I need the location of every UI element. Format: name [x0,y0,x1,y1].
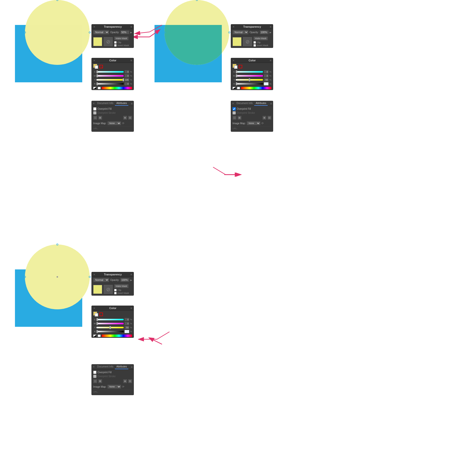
top-right-make-mask-btn[interactable]: Make Mask [253,36,268,40]
bottom-overprint-fill-check[interactable] [93,371,96,374]
top-right-m-value[interactable] [264,74,269,78]
top-right-trans-menu[interactable]: ≡ [270,25,271,28]
bottom-k-track[interactable] [96,331,124,332]
top-right-attributes-tab[interactable]: Attributes [254,101,268,106]
top-left-white-swatch[interactable] [98,87,101,89]
top-left-attr-icon-2[interactable]: ⊞ [98,116,102,120]
top-left-k-value[interactable] [124,82,129,86]
top-left-spectrum[interactable] [102,87,132,89]
bottom-opacity-arrow[interactable]: ▶ [130,279,132,281]
top-right-c-value[interactable] [264,70,269,74]
top-right-invert-check[interactable]: Invert Mask [253,44,268,47]
top-right-clip-check[interactable]: Clip [253,41,268,44]
top-right-attr-icon-4[interactable]: ⊡ [267,116,271,120]
top-right-attr-close[interactable]: ✕ [232,102,234,105]
top-left-stroke-swatch[interactable] [95,65,98,69]
bottom-image-map-select[interactable]: None [107,385,121,389]
bottom-m-track[interactable] [96,323,124,324]
top-right-bw-swatch[interactable] [233,87,236,89]
top-left-color-close[interactable]: ✕ [93,59,95,62]
top-right-c-track[interactable] [236,71,263,73]
bottom-c-value[interactable] [124,318,129,321]
bottom-overprint-stroke-check[interactable] [93,375,96,378]
top-right-color-close[interactable]: ✕ [233,59,235,62]
top-left-map-icon[interactable]: ⟳ [122,122,124,125]
top-right-mode-select[interactable]: Normal [233,30,248,34]
bottom-c-track[interactable] [96,319,124,320]
bottom-attr-icon-1[interactable]: □ [93,379,97,383]
top-right-attr-icon-1[interactable]: □ [233,116,237,120]
top-right-attr-menu[interactable]: ≡ [270,102,272,105]
top-left-m-value[interactable] [124,74,129,78]
top-left-opacity-input[interactable] [120,30,129,34]
bottom-m-value[interactable] [124,322,129,325]
top-right-map-icon[interactable]: ⟳ [261,122,264,125]
top-left-y-track[interactable] [96,79,124,81]
top-right-color-menu[interactable]: ≡ [270,59,271,62]
bottom-white-swatch[interactable] [98,335,101,337]
top-left-c-value[interactable] [124,70,129,74]
bottom-make-mask-btn[interactable]: Make Mask [114,284,129,288]
top-left-overprint-stroke-check[interactable] [93,111,96,115]
top-left-trans-menu[interactable]: ≡ [131,25,132,28]
top-left-image-map-select[interactable]: None [107,121,121,125]
top-right-y-value[interactable] [264,78,269,82]
top-left-c-track[interactable] [96,71,124,73]
top-right-overprint-fill-check[interactable] [233,107,236,111]
top-left-color-menu[interactable]: ≡ [131,59,132,62]
top-left-m-track[interactable] [96,75,124,77]
bottom-mode-select[interactable]: Normal [93,278,109,282]
top-left-attr-icon-3[interactable]: ⊕ [123,116,127,120]
bottom-attr-menu[interactable]: ≡ [131,365,133,368]
bottom-clip-check[interactable]: Clip [114,289,129,291]
top-right-trans-close[interactable]: ✕ [233,25,235,28]
top-left-opacity-arrow[interactable]: ▶ [130,31,132,34]
top-right-white-swatch[interactable] [237,87,240,89]
top-left-invert-check[interactable]: Invert Mask [114,44,129,47]
bottom-attr-icon-2[interactable]: ⊞ [98,379,102,383]
top-left-clip-check[interactable]: Clip [114,41,129,44]
bottom-spectrum[interactable] [102,335,132,337]
top-left-attributes-tab[interactable]: Attributes [115,101,128,106]
top-right-opacity-arrow[interactable]: ▶ [270,31,271,34]
bottom-trans-close[interactable]: ✕ [93,273,95,276]
top-left-trans-close[interactable]: ✕ [93,25,95,28]
top-right-k-track[interactable] [236,83,263,85]
top-left-y-value[interactable] [124,78,129,82]
top-right-doc-info-tab[interactable]: Document Info [235,101,254,106]
bottom-color-menu[interactable]: ≡ [131,307,132,310]
bottom-map-icon[interactable]: ⟳ [122,385,124,388]
top-right-overprint-stroke-check[interactable] [233,111,236,115]
top-right-opacity-input[interactable] [260,30,269,34]
bottom-k-value[interactable] [124,330,129,333]
bottom-opacity-input[interactable] [120,278,129,282]
top-right-y-track[interactable] [236,79,263,81]
top-right-m-track[interactable] [236,75,263,77]
top-left-mode-select[interactable]: Normal [93,30,109,34]
bottom-bw-swatch[interactable] [93,335,97,337]
top-right-stroke-swatch[interactable] [234,65,238,69]
top-left-overprint-fill-check[interactable] [93,107,96,111]
bottom-attr-close[interactable]: ✕ [93,365,95,368]
bottom-attributes-tab[interactable]: Attributes [115,364,128,369]
bottom-attr-icon-4[interactable]: ⊡ [128,379,132,383]
top-right-attr-icon-3[interactable]: ⊕ [262,116,266,120]
top-right-k-value[interactable] [264,82,269,86]
bottom-y-track[interactable] [96,327,124,328]
top-left-k-track[interactable] [96,83,124,85]
bottom-attr-icon-3[interactable]: ⊕ [123,379,127,383]
top-right-attr-icon-2[interactable]: ⊞ [238,116,241,120]
bottom-color-close[interactable]: ✕ [93,307,95,310]
top-left-attr-close[interactable]: ✕ [93,102,95,105]
top-right-image-map-select[interactable]: None [247,121,260,125]
top-left-attr-menu[interactable]: ≡ [131,102,133,105]
top-left-doc-info-tab[interactable]: Document Info [96,101,115,106]
top-left-attr-icon-4[interactable]: ⊡ [128,116,132,120]
bottom-trans-menu[interactable]: ≡ [131,273,132,276]
bottom-y-value[interactable] [124,326,129,329]
top-left-make-mask-btn[interactable]: Make Mask [114,36,129,40]
bottom-stroke-swatch[interactable] [95,313,98,317]
top-right-spectrum[interactable] [241,87,271,89]
bottom-invert-check[interactable]: Invert Mask [114,292,129,294]
top-left-bw-swatch[interactable] [93,87,97,89]
